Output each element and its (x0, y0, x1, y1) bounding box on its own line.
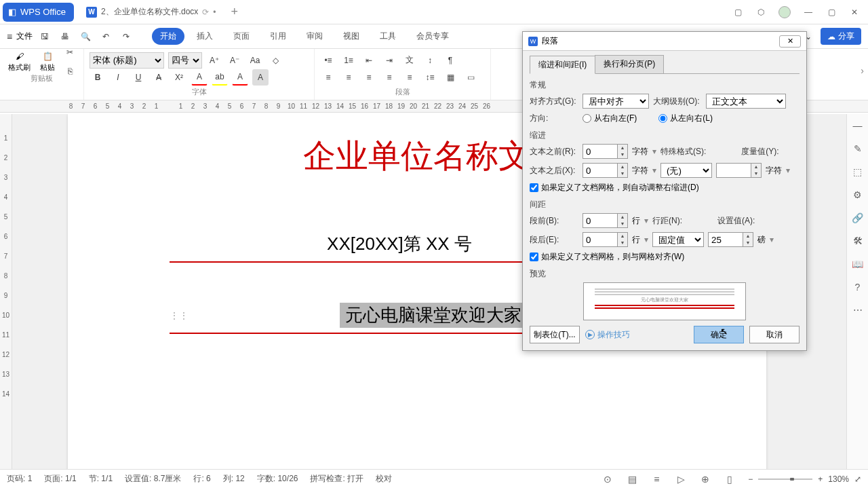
align-center-icon[interactable]: ≡ (340, 69, 357, 86)
italic-button[interactable]: I (110, 69, 126, 86)
sort-icon[interactable]: ↕ (422, 52, 438, 69)
undo-icon[interactable]: ↶ (98, 29, 114, 45)
bold-button[interactable]: B (90, 69, 106, 86)
increase-indent-icon[interactable]: ⇥ (381, 52, 397, 69)
strike-button[interactable]: A̶ (151, 69, 167, 86)
tips-link[interactable]: ▶ 操作技巧 (585, 329, 630, 341)
cancel-button[interactable]: 取消 (749, 326, 800, 343)
after-text-input[interactable] (583, 163, 618, 178)
hamburger-icon[interactable]: ≡ (7, 31, 12, 42)
zoom-expand-icon[interactable]: ⤢ (854, 474, 861, 484)
text-direction-icon[interactable]: 文 (401, 52, 418, 69)
ok-button[interactable]: 确定 (694, 326, 744, 343)
view-outline-icon[interactable]: ≡ (650, 473, 663, 485)
rail-tools-icon[interactable]: 🛠 (852, 235, 864, 247)
tabs-button[interactable]: 制表位(T)... (530, 326, 580, 343)
zoom-slider[interactable] (758, 478, 812, 481)
clear-format-icon[interactable]: ◇ (267, 52, 283, 69)
close-button[interactable]: ✕ (849, 7, 860, 18)
status-page-num[interactable]: 页码: 1 (7, 473, 32, 485)
tab-start[interactable]: 开始 (152, 28, 184, 45)
user-avatar[interactable] (778, 6, 791, 18)
highlight-button[interactable]: ab (212, 69, 228, 86)
preview-icon[interactable]: 🔍 (77, 29, 94, 45)
paste-button[interactable]: 📋 粘贴 (37, 49, 58, 75)
zoom-value[interactable]: 130% (828, 474, 849, 484)
cut-icon[interactable]: ✂ (62, 44, 78, 60)
tab-tools[interactable]: 工具 (372, 28, 404, 45)
tab-line-page-break[interactable]: 换行和分页(P) (595, 55, 664, 73)
print-icon[interactable]: 🖶 (57, 29, 73, 45)
app-box-icon[interactable]: ▢ (732, 7, 743, 18)
rail-link-icon[interactable]: 🔗 (852, 212, 864, 224)
decrease-font-icon[interactable]: A⁻ (226, 52, 243, 69)
rail-settings-icon[interactable]: ⚙ (852, 189, 864, 201)
font-size-select[interactable]: 四号 (168, 52, 202, 69)
maximize-button[interactable]: ▢ (826, 7, 837, 18)
show-marks-icon[interactable]: ¶ (442, 52, 458, 69)
minimize-button[interactable]: — (803, 7, 814, 18)
numbering-icon[interactable]: 1≡ (340, 52, 357, 69)
redo-icon[interactable]: ↷ (118, 29, 134, 45)
zoom-out-button[interactable]: − (748, 474, 753, 484)
shading-icon[interactable]: ▦ (442, 69, 458, 86)
share-button[interactable]: ☁ 分享 (821, 28, 861, 45)
auto-adjust-checkbox[interactable]: 如果定义了文档网格，则自动调整右缩进(D) (530, 182, 800, 193)
status-chars[interactable]: 字数: 10/26 (257, 473, 298, 485)
rail-select-icon[interactable]: ⬚ (852, 166, 864, 178)
rtl-radio[interactable]: 从右向左(F) (583, 113, 637, 124)
status-row[interactable]: 行: 6 (193, 473, 210, 485)
view-print-icon[interactable]: ▤ (626, 473, 638, 485)
line-spacing-icon[interactable]: ↕≡ (422, 69, 438, 86)
selected-text[interactable]: 元心电脑课堂欢迎大家 (340, 303, 527, 328)
status-col[interactable]: 列: 12 (223, 473, 245, 485)
outline-select[interactable]: 正文文本 (706, 94, 786, 109)
zoom-in-button[interactable]: + (818, 474, 823, 484)
text-effect-button[interactable]: A (232, 69, 248, 86)
view-read-icon[interactable]: ▷ (675, 473, 687, 485)
status-section[interactable]: 节: 1/1 (89, 473, 113, 485)
rail-minus-icon[interactable]: — (852, 119, 864, 132)
decrease-indent-icon[interactable]: ⇤ (361, 52, 377, 69)
tab-member[interactable]: 会员专享 (408, 28, 457, 45)
status-proof[interactable]: 校对 (376, 473, 392, 485)
tab-indent-spacing[interactable]: 缩进和间距(I) (530, 56, 595, 74)
bullets-icon[interactable]: •≡ (320, 52, 336, 69)
tab-review[interactable]: 审阅 (298, 28, 331, 45)
view-focus-icon[interactable]: ⊙ (601, 473, 614, 485)
ltr-radio[interactable]: 从左向右(L) (658, 113, 713, 124)
borders-icon[interactable]: ▭ (462, 69, 479, 86)
view-web-icon[interactable]: ⊕ (699, 473, 711, 485)
document-tab[interactable]: W 2、企业单位名称文件.docx ⟳ • (79, 3, 223, 22)
align-right-icon[interactable]: ≡ (361, 69, 377, 86)
increase-font-icon[interactable]: A⁺ (206, 52, 222, 69)
vertical-ruler[interactable]: 1234567891011121314 (0, 114, 12, 469)
tab-reference[interactable]: 引用 (262, 28, 294, 45)
status-page[interactable]: 页面: 1/1 (44, 473, 76, 485)
line-spacing-select[interactable]: 固定值 (652, 232, 704, 247)
status-spell[interactable]: 拼写检查: 打开 (310, 473, 363, 485)
align-select[interactable]: 居中对齐 (583, 94, 649, 109)
format-painter-button[interactable]: 🖌 格式刷 (5, 49, 33, 75)
space-after-input[interactable] (583, 232, 618, 247)
superscript-button[interactable]: X² (171, 69, 187, 86)
tab-insert[interactable]: 插入 (189, 28, 221, 45)
font-name-select[interactable]: 宋体 (标题) (90, 52, 164, 69)
distribute-icon[interactable]: ≡ (401, 69, 418, 86)
app-badge[interactable]: ◧ WPS Office (3, 3, 74, 22)
before-text-input[interactable] (583, 144, 618, 159)
change-case-icon[interactable]: Aa (247, 52, 263, 69)
rail-more-icon[interactable]: ⋯ (852, 304, 864, 316)
dialog-close-button[interactable]: ✕ (779, 35, 801, 48)
align-left-icon[interactable]: ≡ (320, 69, 336, 86)
drag-handle-icon[interactable]: ⋮⋮ (170, 310, 189, 321)
rail-book-icon[interactable]: 📖 (852, 258, 864, 270)
space-before-input[interactable] (583, 213, 618, 228)
font-color-button[interactable]: A (191, 69, 208, 86)
view-page-icon[interactable]: ▯ (724, 473, 736, 485)
file-menu[interactable]: 文件 (16, 31, 33, 42)
set-value-input[interactable] (708, 232, 743, 247)
snap-grid-checkbox[interactable]: 如果定义了文档网格，则与网格对齐(W) (530, 251, 800, 263)
tab-page[interactable]: 页面 (225, 28, 258, 45)
rail-pencil-icon[interactable]: ✎ (852, 143, 864, 155)
